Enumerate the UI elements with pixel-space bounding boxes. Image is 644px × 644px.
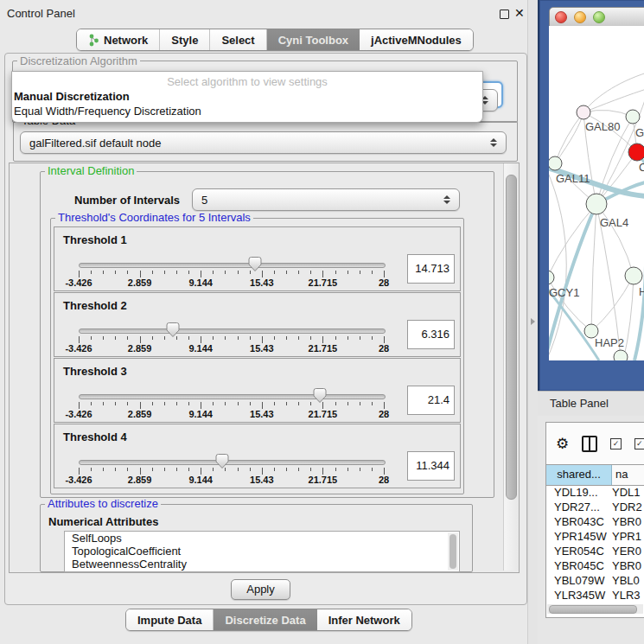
float-window-icon[interactable] <box>500 10 509 19</box>
columns-icon[interactable] <box>582 436 597 452</box>
slider-tick <box>360 271 360 274</box>
table-cell[interactable]: YBR045C <box>546 558 612 573</box>
slider-tick <box>348 336 348 340</box>
threshold-label: Threshold 1 <box>63 233 127 246</box>
table-row[interactable]: YLR345WYLR3 <box>546 588 644 603</box>
scrollbar-thumb[interactable] <box>506 175 517 500</box>
slider-track[interactable] <box>79 394 386 399</box>
minimize-traffic-light-icon[interactable] <box>574 11 586 23</box>
tab-jactivemnodules[interactable]: jActiveMNodules <box>360 29 473 50</box>
slider-thumb[interactable] <box>312 387 328 406</box>
table-row[interactable]: YBL079WYBL0 <box>546 573 644 588</box>
network-window-titlebar[interactable] <box>549 7 644 28</box>
slider-track[interactable] <box>79 460 386 465</box>
slider-track[interactable] <box>79 263 386 268</box>
network-node-GAL4[interactable] <box>586 194 607 214</box>
network-node-GAL3[interactable] <box>626 110 640 124</box>
table-cell[interactable]: YDL1 <box>612 485 644 500</box>
table-row[interactable]: YER054CYER0 <box>546 544 644 558</box>
slider-tick <box>127 271 128 274</box>
algorithm-placeholder-option[interactable]: Select algorithm to view settings <box>12 75 482 88</box>
threshold-panel: Threshold 2-3.4262.8599.14415.4321.71528… <box>54 292 461 357</box>
checkbox-checked-icon[interactable]: ✓ <box>610 438 621 450</box>
tab-infer-network[interactable]: Infer Network <box>317 609 411 630</box>
table-cell[interactable]: YPR1 <box>612 529 644 544</box>
network-node-RED[interactable] <box>628 143 644 161</box>
table-cell[interactable]: YBL079W <box>546 573 612 588</box>
threshold-value-field[interactable]: 6.316 <box>407 320 455 349</box>
slider-tick <box>188 271 189 274</box>
tab-cyni-toolbox[interactable]: Cyni Toolbox <box>267 29 360 50</box>
network-node-H[interactable] <box>625 267 642 284</box>
attribute-item[interactable]: SelfLoops <box>65 532 459 545</box>
threshold-value-field[interactable]: 11.344 <box>407 451 455 481</box>
slider-tick <box>238 271 239 274</box>
gear-icon[interactable]: ⚙ <box>556 437 569 451</box>
slider-tick <box>176 468 177 471</box>
close-icon[interactable]: ✕ <box>514 6 525 20</box>
slider-thumb[interactable] <box>165 322 181 341</box>
table-row[interactable]: YDL19...YDL1 <box>546 485 644 500</box>
table-row[interactable]: YBR045CYBR0 <box>546 558 644 573</box>
attribute-item[interactable]: BetweennessCentrality <box>65 558 459 571</box>
slider-thumb[interactable] <box>247 256 263 275</box>
slider-tick <box>274 402 275 405</box>
zoom-traffic-light-icon[interactable] <box>593 11 605 23</box>
table-cell[interactable]: YBR0 <box>612 558 644 573</box>
apply-button[interactable]: Apply <box>231 579 290 600</box>
slider-tick <box>115 468 116 471</box>
discretization-algorithm-label: Discretization Algorithm <box>17 55 140 67</box>
table-cell[interactable]: YPR145W <box>546 529 612 544</box>
number-of-intervals-value: 5 <box>201 194 207 207</box>
scrollbar-thumb[interactable] <box>549 605 637 614</box>
table-cell[interactable]: YER0 <box>612 544 644 558</box>
table-cell[interactable]: YBR043C <box>546 514 612 529</box>
table-row[interactable]: YDR27...YDR2 <box>546 500 644 514</box>
table-cell[interactable]: YER054C <box>546 544 612 558</box>
table-cell[interactable]: YBL0 <box>612 573 644 588</box>
attribute-item[interactable]: TopologicalCoefficient <box>65 545 459 558</box>
tab-select[interactable]: Select <box>210 29 266 50</box>
table-cell[interactable]: YBR0 <box>612 514 644 529</box>
threshold-value-field[interactable]: 14.713 <box>407 254 455 284</box>
network-canvas[interactable]: GAL80GACGAL11GAL4GCY1HHAP2 <box>549 26 644 360</box>
scrollbar-thumb[interactable] <box>450 534 456 569</box>
network-node-N9[interactable] <box>614 350 628 360</box>
network-node-GAL80[interactable] <box>577 105 590 119</box>
slider-tick <box>188 402 189 405</box>
slider-scale-label: 15.43 <box>232 475 292 485</box>
tab-impute-data[interactable]: Impute Data <box>126 609 214 630</box>
table-data-combobox[interactable]: galFiltered.sif default node <box>20 131 507 154</box>
number-of-intervals-combobox[interactable]: 5 <box>192 188 460 211</box>
table-column-header[interactable]: shared... <box>546 465 612 485</box>
table-cell[interactable]: YLR345W <box>546 588 612 603</box>
table-cell[interactable]: YDL19... <box>546 485 612 500</box>
slider-thumb[interactable] <box>214 453 230 472</box>
horizontal-scrollbar[interactable] <box>547 604 643 614</box>
threshold-value-field[interactable]: 21.4 <box>407 386 455 415</box>
close-traffic-light-icon[interactable] <box>555 11 567 23</box>
threshold-label: Threshold 3 <box>63 365 127 378</box>
table-row[interactable]: YBR043CYBR0 <box>546 514 644 529</box>
table-cell[interactable]: YLR3 <box>612 588 644 603</box>
algorithm-option[interactable]: Equal Width/Frequency Discretization <box>14 105 201 118</box>
splitter-grip-icon[interactable] <box>531 318 535 325</box>
algorithm-option[interactable]: Manual Discretization <box>14 90 130 103</box>
table-panel-title: Table Panel <box>550 397 609 410</box>
network-node-GAL11[interactable] <box>549 156 562 170</box>
vertical-scrollbar[interactable] <box>503 163 518 571</box>
table-cell[interactable]: YDR2 <box>612 500 644 514</box>
network-node-GCY1[interactable] <box>549 271 554 284</box>
slider-tick <box>127 336 128 340</box>
table-column-header[interactable]: na <box>612 465 644 485</box>
tab-network[interactable]: Network <box>77 29 160 50</box>
slider-scale-label: 21.715 <box>292 343 353 354</box>
tab-discretize-data[interactable]: Discretize Data <box>214 609 316 630</box>
checkbox-checked-icon[interactable]: ✓ <box>634 438 644 450</box>
table-cell[interactable]: YDR27... <box>546 500 612 514</box>
table-row[interactable]: YPR145WYPR1 <box>546 529 644 544</box>
slider-track[interactable] <box>79 328 386 334</box>
slider-scale-label: -3.426 <box>48 409 109 419</box>
list-scrollbar[interactable] <box>448 532 458 571</box>
tab-style[interactable]: Style <box>160 29 210 50</box>
